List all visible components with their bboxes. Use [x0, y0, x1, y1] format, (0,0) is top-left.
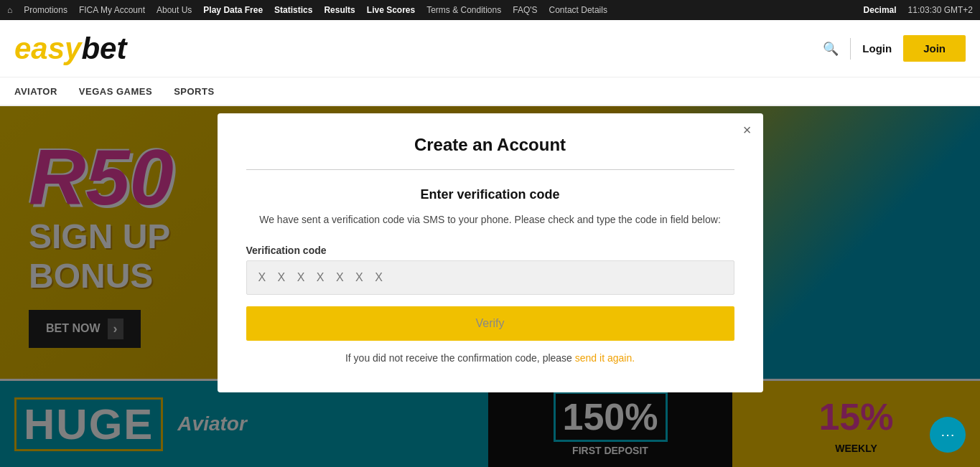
nav-terms[interactable]: Terms & Conditions: [426, 5, 501, 15]
nav-fica[interactable]: FICA My Account: [79, 5, 145, 15]
modal-overlay: × Create an Account Enter verification c…: [0, 106, 980, 467]
top-right-info: Decimal 11:03:30 GMT+2: [864, 5, 973, 15]
nav-results[interactable]: Results: [324, 5, 355, 15]
modal-title: Create an Account: [246, 135, 734, 155]
logo-easy: easy: [14, 32, 81, 65]
join-button[interactable]: Join: [903, 35, 966, 62]
modal-close-button[interactable]: ×: [743, 122, 752, 138]
nav-promotions[interactable]: Promotions: [24, 5, 67, 15]
verification-input[interactable]: [246, 260, 734, 295]
decimal-label[interactable]: Decimal: [864, 5, 897, 15]
nav-livescores[interactable]: Live Scores: [367, 5, 415, 15]
home-icon[interactable]: ⌂: [7, 5, 12, 15]
top-nav: ⌂ Promotions FICA My Account About Us Pl…: [0, 0, 980, 20]
nav-aviator[interactable]: AVIATOR: [14, 86, 57, 97]
verify-button[interactable]: Verify: [246, 306, 734, 341]
header-right: 🔍 Login Join: [823, 35, 966, 62]
modal-description: We have sent a verification code via SMS…: [246, 212, 734, 227]
modal-divider: [246, 169, 734, 170]
resend-static-text: If you did not receive the confirmation …: [345, 352, 572, 364]
nav-faq[interactable]: FAQ'S: [513, 5, 537, 15]
logo-bet: bet: [81, 32, 126, 65]
resend-link[interactable]: send it again.: [575, 352, 635, 364]
header-divider: [850, 38, 851, 60]
nav-sports[interactable]: SPORTS: [174, 86, 214, 97]
modal-subtitle: Enter verification code: [246, 187, 734, 202]
header: easybet 🔍 Login Join: [0, 20, 980, 77]
logo: easybet: [14, 32, 126, 66]
secondary-nav: AVIATOR VEGAS GAMES SPORTS: [0, 77, 980, 106]
main-content: R50 SIGN UP BONUS BET NOW › HUGE Aviator…: [0, 106, 980, 467]
nav-statistics[interactable]: Statistics: [274, 5, 312, 15]
resend-text: If you did not receive the confirmation …: [246, 352, 734, 364]
search-button[interactable]: 🔍: [823, 41, 839, 57]
nav-playdatafree[interactable]: Play Data Free: [203, 5, 263, 15]
nav-vegas-games[interactable]: VEGAS GAMES: [79, 86, 152, 97]
nav-contact[interactable]: Contact Details: [549, 5, 607, 15]
chat-button[interactable]: ⋯: [930, 417, 966, 453]
time-display: 11:03:30 GMT+2: [908, 5, 973, 15]
login-button[interactable]: Login: [862, 42, 892, 55]
verification-label: Verification code: [246, 245, 734, 256]
nav-about[interactable]: About Us: [157, 5, 192, 15]
create-account-modal: × Create an Account Enter verification c…: [218, 113, 763, 392]
